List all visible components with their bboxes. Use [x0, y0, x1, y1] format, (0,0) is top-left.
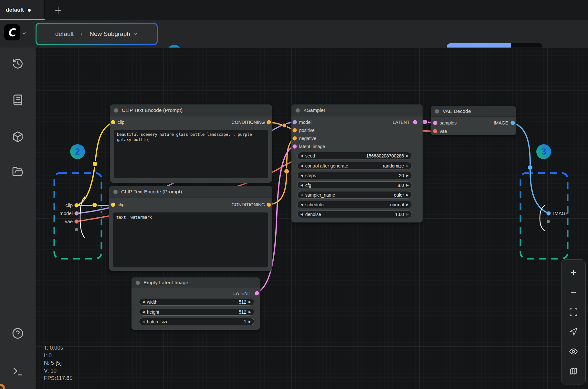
input-slot-model-dot[interactable] [75, 211, 79, 216]
comfyui-logo-button[interactable]: C [4, 24, 20, 40]
increment-arrow-icon[interactable]: ▶ [406, 184, 409, 187]
output-slot-empty-dot[interactable] [547, 220, 550, 223]
node-clip-text-encode-positive[interactable]: CLIP Text Encode (Prompt) clip CONDITION… [110, 104, 272, 183]
corner-notification-arc [0, 384, 5, 389]
sidebar-item-history[interactable] [11, 57, 25, 71]
increment-arrow-icon[interactable]: ▶ [248, 320, 251, 323]
prompt-textarea[interactable]: beautiful scenery nature glass bottle la… [114, 130, 268, 178]
widget-denoise[interactable]: ◀ denoise 1.00 ▶ [297, 211, 412, 218]
input-dot-negative[interactable] [293, 136, 297, 141]
prompt-textarea[interactable]: text, watermark [113, 212, 268, 267]
input-dot-vae[interactable] [433, 129, 437, 134]
increment-arrow-icon[interactable]: ▶ [248, 300, 251, 304]
sidebar-item-model-library[interactable] [11, 130, 25, 144]
widget-width[interactable]: ◀ width 512 ▶ [139, 298, 254, 306]
node-title: Empty Latent Image [143, 280, 188, 286]
new-workflow-tab-button[interactable] [52, 4, 65, 17]
workflow-tab-default[interactable]: default [0, 0, 45, 20]
reroute-dot-conditioning-2[interactable] [284, 169, 289, 174]
decrement-arrow-icon[interactable]: ◀ [300, 203, 303, 206]
zoom-out-button[interactable] [567, 286, 580, 299]
node-ksampler[interactable]: KSampler model positive negative latent_… [291, 104, 423, 222]
output-dot-image[interactable] [511, 121, 515, 125]
fit-view-button[interactable] [567, 306, 580, 319]
widget-steps[interactable]: ◀ steps 20 ▶ [297, 172, 412, 179]
performance-stats: T: 0.00s I: 0 N: 5 [5] V: 10 FPS:117.65 [44, 344, 73, 382]
increment-arrow-icon[interactable]: ▶ [248, 310, 251, 314]
input-dot-latent-image[interactable] [293, 145, 297, 149]
sidebar-item-workflows[interactable] [11, 93, 25, 107]
node-header[interactable]: KSampler [291, 104, 423, 116]
node-vae-decode[interactable]: VAE Decode samples vae IMAGE [431, 106, 516, 135]
cube-icon [12, 131, 24, 143]
decrement-arrow-icon[interactable]: ◀ [300, 184, 303, 187]
decrement-arrow-icon[interactable]: ◀ [300, 193, 303, 197]
widget-sampler-name[interactable]: ◀ sampler_name euler ▶ [297, 191, 412, 199]
input-slot-clip-dot[interactable] [75, 203, 79, 208]
widget-height[interactable]: ◀ height 512 ▶ [139, 308, 254, 316]
output-dot-latent[interactable] [413, 120, 417, 124]
node-header[interactable]: CLIP Text Encode (Prompt) [110, 104, 272, 116]
minus-icon [569, 288, 578, 297]
node-header[interactable]: CLIP Text Encode (Prompt) [109, 186, 272, 198]
decrement-arrow-icon[interactable]: ◀ [300, 213, 303, 216]
widget-batch-size[interactable]: ◀ batch_size 1 ▶ [139, 318, 254, 325]
input-dot-positive[interactable] [293, 128, 297, 133]
increment-arrow-icon[interactable]: ▶ [406, 193, 409, 197]
increment-arrow-icon[interactable]: ▶ [406, 203, 409, 206]
increment-arrow-icon[interactable]: ▶ [406, 164, 409, 167]
zoom-in-button[interactable] [567, 266, 580, 279]
increment-arrow-icon[interactable]: ▶ [406, 174, 409, 177]
decrement-arrow-icon[interactable]: ◀ [300, 174, 303, 177]
sidebar-item-open-workflow[interactable] [11, 165, 25, 179]
minimap-button[interactable] [567, 365, 580, 378]
input-label-clip: clip [118, 202, 124, 207]
sidebar-item-help[interactable] [11, 326, 25, 340]
output-label-conditioning: CONDITIONING [232, 120, 265, 125]
input-label-clip: clip [118, 120, 124, 125]
input-slot-empty-dot[interactable] [75, 228, 78, 231]
logo-menu-chevron-down-icon[interactable] [21, 30, 27, 38]
input-dot-model[interactable] [293, 120, 297, 124]
widget-cfg[interactable]: ◀ cfg 8.0 ▶ [297, 181, 412, 189]
graph-canvas[interactable]: clip model vae IMAGE 2 3 CLIP Text Encod… [36, 48, 588, 389]
sidebar-item-terminal[interactable] [11, 364, 25, 379]
widget-control-after-generate[interactable]: ◀ control after generate randomize ▶ [297, 162, 412, 169]
increment-arrow-icon[interactable]: ▶ [406, 213, 409, 216]
reroute-dot-latent[interactable] [422, 119, 427, 124]
output-dot-conditioning[interactable] [267, 120, 271, 124]
toggle-link-visibility-button[interactable] [567, 345, 580, 358]
input-dot-clip[interactable] [111, 120, 115, 124]
pan-mode-button[interactable] [567, 325, 580, 338]
decrement-arrow-icon[interactable]: ◀ [142, 300, 145, 304]
output-dot-latent[interactable] [255, 291, 259, 296]
output-dot-conditioning[interactable] [267, 203, 271, 207]
widget-scheduler[interactable]: ◀ scheduler normal ▶ [297, 201, 412, 208]
output-label-latent: LATENT [233, 291, 250, 296]
input-dot-samples[interactable] [433, 121, 437, 125]
node-header[interactable]: Empty Latent Image [131, 277, 260, 288]
input-slot-vae-dot[interactable] [75, 220, 79, 224]
node-empty-latent-image[interactable]: Empty Latent Image LATENT ◀ width 512 ▶ … [131, 277, 260, 330]
breadcrumb-root-workflow[interactable]: default [55, 30, 74, 38]
output-label-conditioning: CONDITIONING [232, 202, 265, 207]
decrement-arrow-icon[interactable]: ◀ [142, 310, 145, 314]
reroute-dot-clip-horizontal[interactable] [92, 202, 97, 208]
decrement-arrow-icon[interactable]: ◀ [300, 154, 303, 157]
increment-arrow-icon[interactable]: ▶ [406, 154, 409, 157]
node-clip-text-encode-negative[interactable]: CLIP Text Encode (Prompt) clip CONDITION… [109, 186, 272, 271]
reroute-dot-image[interactable] [528, 165, 533, 170]
input-dot-clip[interactable] [111, 203, 115, 207]
decrement-arrow-icon[interactable]: ◀ [142, 320, 145, 323]
output-label-latent: LATENT [393, 120, 410, 125]
decrement-arrow-icon[interactable]: ◀ [300, 164, 303, 167]
reroute-dot-clip-up[interactable] [92, 161, 98, 167]
node-header[interactable]: VAE Decode [431, 106, 516, 117]
reroute-dot-conditioning-1[interactable] [282, 123, 287, 128]
annotation-badge-2: 2 [70, 144, 85, 159]
widget-seed[interactable]: ◀ seed 156680208700286 ▶ [297, 152, 412, 159]
output-slot-image-dot[interactable] [547, 211, 551, 216]
output-label-image: IMAGE [494, 120, 508, 125]
breadcrumb-current-subgraph[interactable]: New Subgraph [89, 30, 138, 38]
history-icon [12, 58, 24, 70]
